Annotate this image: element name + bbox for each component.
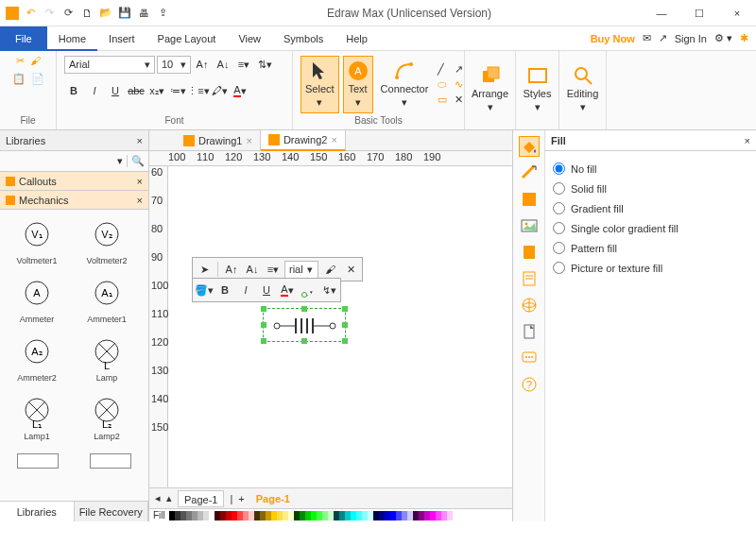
resize-handle[interactable]: [342, 322, 348, 328]
library-section-mechanics[interactable]: Mechanics ×: [0, 191, 148, 210]
format-painter-icon[interactable]: 🖌: [320, 260, 339, 279]
page-up-icon[interactable]: ▴: [166, 492, 172, 504]
open-icon[interactable]: 📂: [98, 6, 113, 21]
fill-icon[interactable]: [519, 136, 540, 157]
underline-icon[interactable]: U: [106, 81, 125, 100]
undo-icon[interactable]: ↶: [23, 6, 38, 21]
close-icon[interactable]: ×: [137, 176, 143, 187]
sign-in-link[interactable]: Sign In: [675, 33, 707, 44]
shape-ammeter[interactable]: A Ammeter: [2, 272, 72, 331]
close-button[interactable]: ×: [724, 4, 750, 23]
shape-lamp[interactable]: L Lamp: [72, 331, 142, 389]
tab-file-recovery[interactable]: File Recovery: [75, 502, 149, 521]
shape-ammeter1[interactable]: A₁ Ammeter1: [72, 272, 142, 331]
save-icon[interactable]: 💾: [117, 6, 132, 21]
add-page-button[interactable]: +: [238, 493, 244, 504]
tab-view[interactable]: View: [227, 26, 272, 51]
tab-insert[interactable]: Insert: [97, 26, 146, 51]
resize-handle[interactable]: [342, 338, 348, 344]
shape-lamp1[interactable]: L₁ Lamp1: [2, 389, 72, 448]
doc-tab-1[interactable]: Drawing1 ×: [176, 130, 261, 151]
connector-tool[interactable]: Connector▾: [377, 57, 433, 112]
shrink-font-icon[interactable]: A↓: [243, 260, 262, 279]
copy-icon[interactable]: 📋: [12, 73, 26, 85]
tab-libraries[interactable]: Libraries: [0, 502, 75, 521]
tab-symbols[interactable]: Symbols: [272, 26, 335, 51]
fill-option[interactable]: Pattern fill: [553, 238, 748, 258]
curve-shape-icon[interactable]: ∿: [455, 78, 463, 91]
cross-shape-icon[interactable]: ✕: [455, 94, 463, 106]
underline-icon[interactable]: U: [257, 281, 276, 299]
cut-icon[interactable]: ✂: [16, 55, 25, 67]
fill-option[interactable]: No fill: [553, 159, 748, 179]
grow-font-icon[interactable]: A↑: [193, 55, 212, 74]
font-color-icon[interactable]: A▾: [278, 281, 297, 299]
feedback-icon[interactable]: ✉: [643, 32, 651, 44]
doc-tab-2[interactable]: Drawing2 ×: [261, 130, 346, 151]
minimize-button[interactable]: —: [648, 4, 675, 23]
resize-handle[interactable]: [261, 322, 266, 328]
rect-shape-icon[interactable]: ▭: [438, 94, 447, 106]
maximize-button[interactable]: ☐: [686, 4, 713, 23]
highlight-icon[interactable]: 🖍▾: [210, 81, 229, 100]
rotate-handle[interactable]: [301, 292, 307, 298]
arrow-shape-icon[interactable]: ↗: [455, 63, 463, 76]
bullets-icon[interactable]: ≔▾: [168, 81, 187, 100]
tab-help[interactable]: Help: [335, 26, 379, 51]
numbering-icon[interactable]: ⋮≡▾: [189, 81, 208, 100]
close-icon[interactable]: ×: [137, 195, 143, 206]
library-section-callouts[interactable]: Callouts ×: [0, 172, 148, 191]
format-painter-icon[interactable]: 🖌: [30, 55, 41, 67]
search-icon[interactable]: 🔍: [128, 155, 148, 167]
resize-handle[interactable]: [261, 338, 266, 344]
bold-icon[interactable]: B: [64, 81, 83, 100]
page-prev-icon[interactable]: ◂: [155, 492, 161, 504]
file-menu[interactable]: File: [0, 26, 47, 51]
resize-handle[interactable]: [301, 338, 307, 344]
tab-home[interactable]: Home: [47, 26, 97, 51]
refresh-icon[interactable]: ⟳: [60, 6, 76, 21]
floating-toolbar-2[interactable]: 🪣▾ B I U A▾ ⎯▾ ↯▾: [192, 278, 341, 302]
redo-icon[interactable]: ↷: [42, 6, 57, 21]
shape-lamp2[interactable]: L₂ Lamp2: [72, 389, 142, 448]
bold-icon[interactable]: B: [215, 281, 234, 299]
subscript-icon[interactable]: x₂▾: [147, 81, 166, 100]
page-tab[interactable]: Page-1: [178, 490, 224, 507]
font-color-icon[interactable]: A▾: [231, 81, 249, 100]
arrange-button[interactable]: Arrange▾: [468, 61, 512, 117]
italic-icon[interactable]: I: [236, 281, 255, 299]
connector-icon[interactable]: ↯▾: [319, 281, 338, 299]
attachment-icon[interactable]: [519, 321, 540, 342]
close-icon[interactable]: ×: [246, 135, 251, 146]
font-name-select[interactable]: Arial▾: [64, 56, 155, 74]
clear-icon[interactable]: ✕: [341, 260, 360, 279]
shadow-icon[interactable]: [519, 189, 540, 210]
page-current[interactable]: Page-1: [250, 490, 296, 507]
page-icon[interactable]: [519, 242, 540, 263]
line-shape-icon[interactable]: ╱: [438, 63, 447, 76]
font-size-select[interactable]: 10▾: [157, 56, 191, 74]
shape-ammeter2[interactable]: A₂ Ammeter2: [2, 331, 72, 389]
buy-now-link[interactable]: Buy Now: [591, 33, 635, 44]
font-mini-select[interactable]: rial▾: [284, 261, 318, 279]
grow-font-icon[interactable]: A↑: [222, 260, 241, 279]
fill-option[interactable]: Picture or texture fill: [553, 258, 748, 278]
shrink-font-icon[interactable]: A↓: [214, 55, 232, 74]
hyperlink-icon[interactable]: [519, 295, 540, 316]
close-icon[interactable]: ×: [745, 135, 750, 146]
print-icon[interactable]: 🖶: [136, 6, 151, 21]
help-icon[interactable]: ?: [519, 374, 540, 395]
close-icon[interactable]: ×: [137, 135, 143, 146]
align-icon[interactable]: ≡▾: [264, 260, 283, 279]
tab-page-layout[interactable]: Page Layout: [146, 26, 228, 51]
fill-option[interactable]: Solid fill: [553, 179, 748, 198]
canvas[interactable]: ➤ A↑ A↓ ≡▾ rial▾ 🖌 ✕ 🪣▾ B I U A▾ ⎯▾ ↯▾: [168, 166, 512, 487]
shape-blank[interactable]: [90, 453, 131, 469]
resize-handle[interactable]: [261, 306, 266, 312]
gear-icon[interactable]: ⚙ ▾: [714, 32, 732, 44]
fill-icon[interactable]: 🪣▾: [195, 281, 214, 299]
italic-icon[interactable]: I: [85, 81, 104, 100]
line-icon[interactable]: [519, 162, 540, 183]
cursor-icon[interactable]: ➤: [195, 260, 214, 279]
editing-button[interactable]: Editing▾: [563, 61, 603, 117]
